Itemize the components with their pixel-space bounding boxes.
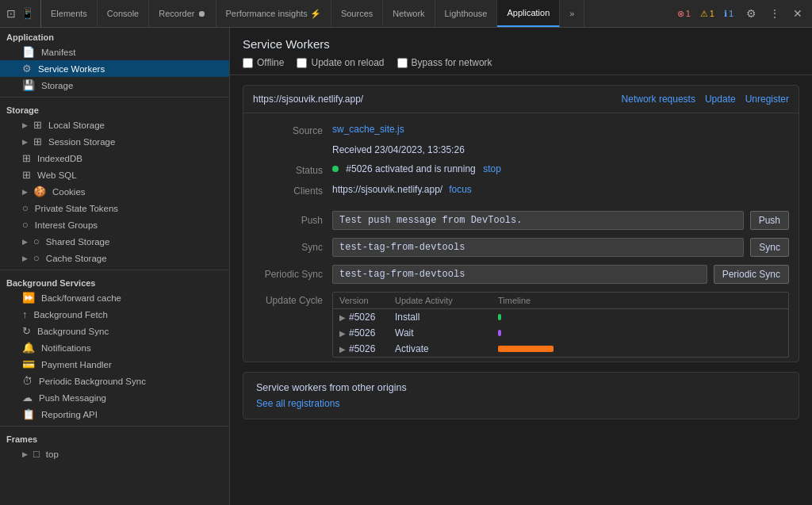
sidebar-item-private-state[interactable]: ○ Private State Tokens xyxy=(0,200,229,216)
sw-fields: Source sw_cache_site.js Received 23/04/2… xyxy=(243,113,799,207)
cache-storage-arrow: ▶ xyxy=(22,254,28,262)
source-link[interactable]: sw_cache_site.js xyxy=(332,124,404,135)
received-value: Received 23/04/2023, 13:35:26 xyxy=(332,144,789,155)
bypass-network-checkbox[interactable] xyxy=(397,58,408,68)
periodic-sync-input[interactable] xyxy=(332,265,707,284)
sidebar-item-bfcache[interactable]: ⏩ Back/forward cache xyxy=(0,289,229,306)
update-cycle-label: Update Cycle xyxy=(253,295,332,306)
websql-icon: ⊞ xyxy=(22,169,31,181)
uc-row-activate[interactable]: ▶#5026 Activate xyxy=(333,341,788,357)
sidebar-item-notifications[interactable]: 🔔 Notifications xyxy=(0,339,229,356)
sidebar-item-payment-handler[interactable]: 💳 Payment Handler xyxy=(0,356,229,373)
device-icon[interactable]: 📱 xyxy=(21,7,34,20)
tab-application[interactable]: Application xyxy=(497,0,560,27)
inspect-icon[interactable]: ⊡ xyxy=(6,7,16,20)
sidebar-label-bg-fetch: Background Fetch xyxy=(34,310,108,319)
tab-recorder[interactable]: Recorder ⏺ xyxy=(149,0,216,27)
tab-network[interactable]: Network xyxy=(383,0,435,27)
sidebar-item-bg-fetch[interactable]: ↑ Background Fetch xyxy=(0,306,229,323)
close-icon[interactable]: ✕ xyxy=(790,7,806,20)
manifest-icon: 📄 xyxy=(22,46,35,58)
other-origins-title: Service workers from other origins xyxy=(256,382,786,393)
tab-performance[interactable]: Performance insights ⚡ xyxy=(216,0,331,27)
bg-section-title: Background Services xyxy=(0,274,229,289)
tab-sources[interactable]: Sources xyxy=(331,0,383,27)
source-field: Source sw_cache_site.js xyxy=(243,120,799,140)
push-button[interactable]: Push xyxy=(750,211,789,230)
sidebar-item-storage[interactable]: 💾 Storage xyxy=(0,77,229,94)
divider-3 xyxy=(0,426,229,427)
update-on-reload-label[interactable]: Update on reload xyxy=(297,57,384,68)
tab-lighthouse[interactable]: Lighthouse xyxy=(435,0,498,27)
stop-link[interactable]: stop xyxy=(483,163,501,174)
sidebar-label-interest-groups: Interest Groups xyxy=(35,220,98,230)
sidebar-item-shared-storage[interactable]: ▶ ○ Shared Storage xyxy=(0,233,229,250)
sidebar-item-service-workers[interactable]: ⚙ Service Workers xyxy=(0,60,229,77)
push-messaging-icon: ☁ xyxy=(22,392,33,404)
focus-link[interactable]: focus xyxy=(449,184,472,195)
top-bar-right: ⊗ 1 ⚠ 1 ℹ 1 ⚙ ⋮ ✕ xyxy=(668,0,812,27)
storage-icon: 💾 xyxy=(22,79,35,91)
sidebar-label-local-storage: Local Storage xyxy=(48,121,105,130)
cache-storage-icon: ○ xyxy=(33,252,40,264)
sidebar-item-manifest[interactable]: 📄 Manifest xyxy=(0,44,229,60)
sidebar-item-indexeddb[interactable]: ⊞ IndexedDB xyxy=(0,150,229,166)
periodic-sync-button[interactable]: Periodic Sync xyxy=(714,265,789,284)
warning-badge: ⚠ 1 xyxy=(697,8,718,20)
tab-console[interactable]: Console xyxy=(98,0,149,27)
uc-version-3: ▶#5026 xyxy=(339,343,395,354)
push-input[interactable] xyxy=(332,211,744,230)
uc-activity-3: Activate xyxy=(395,343,498,354)
devtools-icons: ⊡ 📱 xyxy=(0,0,41,27)
sync-button[interactable]: Sync xyxy=(750,238,789,257)
bypass-network-label[interactable]: Bypass for network xyxy=(397,57,492,68)
update-on-reload-text: Update on reload xyxy=(311,57,384,68)
private-state-icon: ○ xyxy=(22,202,29,214)
clients-row: https://sjsouvik.netlify.app/ focus xyxy=(332,184,789,195)
update-link[interactable]: Update xyxy=(705,94,736,105)
session-storage-arrow: ▶ xyxy=(22,138,28,146)
sidebar-label-storage: Storage xyxy=(41,81,73,90)
sidebar-label-websql: Web SQL xyxy=(37,170,77,180)
sidebar-item-reporting-api[interactable]: 📋 Reporting API xyxy=(0,406,229,423)
offline-label: Offline xyxy=(257,57,284,68)
settings-icon[interactable]: ⚙ xyxy=(743,7,760,20)
sidebar-item-local-storage[interactable]: ▶ ⊞ Local Storage xyxy=(0,117,229,133)
cookies-arrow: ▶ xyxy=(22,188,28,196)
update-on-reload-checkbox[interactable] xyxy=(297,58,307,68)
offline-checkbox-label[interactable]: Offline xyxy=(243,57,284,68)
checkbox-group: Offline Update on reload Bypass for netw… xyxy=(243,57,799,68)
uc-activity-1: Install xyxy=(395,312,498,323)
sync-input[interactable] xyxy=(332,238,744,257)
bg-fetch-icon: ↑ xyxy=(22,308,28,320)
unregister-link[interactable]: Unregister xyxy=(745,94,789,105)
see-all-registrations-link[interactable]: See all registrations xyxy=(256,398,339,409)
sidebar-label-bfcache: Back/forward cache xyxy=(41,293,121,303)
periodic-sync-label: Periodic Sync xyxy=(253,269,332,280)
sidebar: Application 📄 Manifest ⚙ Service Workers… xyxy=(0,28,230,505)
sidebar-item-bg-sync[interactable]: ↻ Background Sync xyxy=(0,323,229,339)
uc-row-install[interactable]: ▶#5026 Install xyxy=(333,309,788,325)
cookies-icon: 🍪 xyxy=(33,186,46,197)
sidebar-item-websql[interactable]: ⊞ Web SQL xyxy=(0,166,229,183)
more-icon[interactable]: ⋮ xyxy=(766,7,783,20)
received-field: Received 23/04/2023, 13:35:26 xyxy=(243,140,799,159)
uc-row-wait[interactable]: ▶#5026 Wait xyxy=(333,325,788,341)
sidebar-item-push-messaging[interactable]: ☁ Push Messaging xyxy=(0,389,229,406)
offline-checkbox[interactable] xyxy=(243,58,253,68)
sidebar-item-periodic-bg-sync[interactable]: ⏱ Periodic Background Sync xyxy=(0,373,229,389)
bfcache-icon: ⏩ xyxy=(22,292,35,304)
bypass-network-text: Bypass for network xyxy=(412,57,492,68)
sidebar-item-cookies[interactable]: ▶ 🍪 Cookies xyxy=(0,183,229,200)
tab-more[interactable]: » xyxy=(560,0,584,27)
network-requests-link[interactable]: Network requests xyxy=(622,94,695,105)
sidebar-item-top-frame[interactable]: ▶ □ top xyxy=(0,446,229,462)
sidebar-item-interest-groups[interactable]: ○ Interest Groups xyxy=(0,216,229,233)
uc-timeline-1 xyxy=(498,312,782,323)
page-title: Service Workers xyxy=(243,37,799,51)
sidebar-item-session-storage[interactable]: ▶ ⊞ Session Storage xyxy=(0,133,229,150)
status-value: #5026 activated and is running stop xyxy=(332,163,789,174)
sidebar-item-cache-storage[interactable]: ▶ ○ Cache Storage xyxy=(0,250,229,266)
content-area: Service Workers Offline Update on reload… xyxy=(230,28,812,505)
tab-elements[interactable]: Elements xyxy=(41,0,98,27)
